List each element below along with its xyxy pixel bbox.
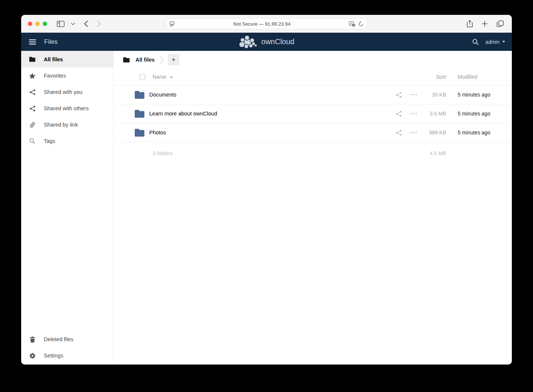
sidebar-item-label: Tags	[44, 138, 55, 144]
name-header-label: Name	[153, 74, 166, 80]
sort-ascending-icon	[170, 76, 173, 78]
translate-icon[interactable]: A a	[349, 21, 355, 27]
brand-name: ownCloud	[261, 37, 294, 46]
brand[interactable]: ownCloud	[239, 33, 294, 51]
link-icon	[29, 122, 36, 128]
traffic-lights	[28, 22, 47, 26]
sidebar-item-favorites[interactable]: Favorites	[21, 68, 113, 84]
sidebar-item-all-files[interactable]: All files	[21, 51, 113, 68]
chevron-down-icon	[502, 41, 505, 43]
new-file-button[interactable]: +	[168, 54, 179, 65]
breadcrumb-chevron-icon	[159, 55, 164, 65]
more-actions-icon[interactable]	[406, 125, 421, 140]
share-icon	[29, 105, 36, 112]
share-icon	[29, 89, 36, 95]
sidebar-item-label: Settings	[44, 353, 63, 359]
sidebar-item-deleted-files[interactable]: Deleted files	[21, 331, 113, 347]
toolbar-divider	[68, 20, 68, 27]
sidebar-item-label: Shared with you	[44, 89, 82, 95]
share-icon[interactable]	[391, 87, 406, 102]
folder-icon	[134, 90, 145, 99]
file-row-photos[interactable]: Photos 988 KB	[114, 123, 512, 142]
file-name[interactable]: Photos	[149, 130, 391, 135]
breadcrumb-label: All files	[135, 57, 155, 63]
folder-icon	[123, 57, 130, 63]
breadcrumb-root[interactable]: All files	[123, 57, 155, 63]
sidebar-item-shared-with-others[interactable]: Shared with others	[21, 100, 113, 117]
search-icon[interactable]	[472, 39, 479, 45]
more-actions-icon[interactable]	[406, 87, 421, 102]
address-bar-text: Not Secure — 91.99.23.94	[175, 21, 349, 27]
share-icon[interactable]	[391, 125, 406, 140]
file-browser: All files + Name Size Modifie	[114, 51, 512, 365]
trash-icon	[29, 336, 36, 343]
file-row-learn-more[interactable]: Learn more about ownCloud	[114, 104, 512, 123]
sidebar-item-shared-by-link[interactable]: Shared by link	[21, 117, 113, 133]
sidebar-toggle-icon[interactable]	[57, 21, 65, 27]
app-title: Files	[44, 38, 58, 46]
tabs-overview-icon[interactable]	[497, 20, 504, 27]
app-header: Files ownCloud	[21, 33, 512, 51]
sidebar-item-settings[interactable]: Settings	[21, 347, 113, 364]
folder-icon	[134, 109, 145, 118]
list-summary: 3 folders 4.5 MB	[114, 142, 512, 164]
owncloud-logo-icon	[239, 35, 258, 49]
reload-icon[interactable]	[358, 21, 364, 27]
svg-text:A: A	[350, 22, 353, 25]
browser-toolbar: Not Secure — 91.99.23.94 A a	[21, 15, 512, 33]
forward-button[interactable]	[97, 20, 101, 27]
tag-search-icon	[29, 138, 36, 144]
sidebar-item-shared-with-you[interactable]: Shared with you	[21, 84, 113, 100]
file-name[interactable]: Documents	[149, 92, 391, 98]
close-window-button[interactable]	[28, 22, 32, 26]
sidebar-item-label: All files	[44, 56, 63, 62]
sidebar: All files Favorites	[21, 51, 114, 365]
file-row-documents[interactable]: Documents 35 KB	[114, 85, 512, 104]
file-modified: 5 minutes ago	[458, 111, 500, 117]
sidebar-item-label: Shared with others	[44, 105, 89, 111]
page-settings-icon[interactable]	[169, 21, 175, 26]
more-actions-icon[interactable]	[406, 106, 421, 121]
folder-count: 3 folders	[153, 150, 421, 156]
share-page-icon[interactable]	[467, 20, 473, 27]
minimize-window-button[interactable]	[35, 22, 40, 26]
sidebar-spacer	[21, 149, 113, 331]
select-all-checkbox[interactable]	[140, 74, 145, 79]
sidebar-item-label: Deleted files	[44, 336, 73, 342]
share-icon[interactable]	[391, 106, 406, 121]
user-name: admin	[485, 39, 500, 45]
folder-icon	[134, 128, 145, 137]
star-icon	[29, 73, 36, 79]
back-button[interactable]	[84, 20, 88, 27]
gear-icon	[29, 353, 36, 359]
new-tab-icon[interactable]	[482, 21, 488, 27]
column-header-name[interactable]: Name	[153, 74, 173, 80]
zoom-window-button[interactable]	[43, 22, 47, 26]
column-header-modified[interactable]: Modified	[458, 74, 500, 80]
file-modified: 5 minutes ago	[458, 130, 500, 135]
file-size: 988 KB	[421, 130, 446, 135]
sidebar-item-label: Favorites	[44, 73, 66, 79]
folder-icon	[29, 56, 36, 62]
file-modified: 5 minutes ago	[458, 92, 500, 98]
table-header: Name Size Modified	[114, 68, 512, 85]
file-size: 35 KB	[421, 92, 446, 98]
user-menu[interactable]: admin	[485, 39, 505, 45]
address-bar[interactable]: Not Secure — 91.99.23.94 A a	[166, 18, 367, 29]
sidebar-item-label: Shared by link	[44, 122, 78, 128]
sidebar-item-tags[interactable]: Tags	[21, 133, 113, 149]
breadcrumb: All files +	[114, 51, 512, 68]
file-name[interactable]: Learn more about ownCloud	[149, 111, 391, 117]
app-menu-icon[interactable]	[29, 39, 36, 45]
browser-window: Not Secure — 91.99.23.94 A a	[21, 15, 512, 365]
total-size: 4.5 MB	[421, 150, 446, 156]
sidebar-chevron-down-icon[interactable]	[71, 23, 75, 25]
file-size: 3.5 MB	[421, 111, 446, 117]
column-header-size[interactable]: Size	[421, 74, 446, 80]
